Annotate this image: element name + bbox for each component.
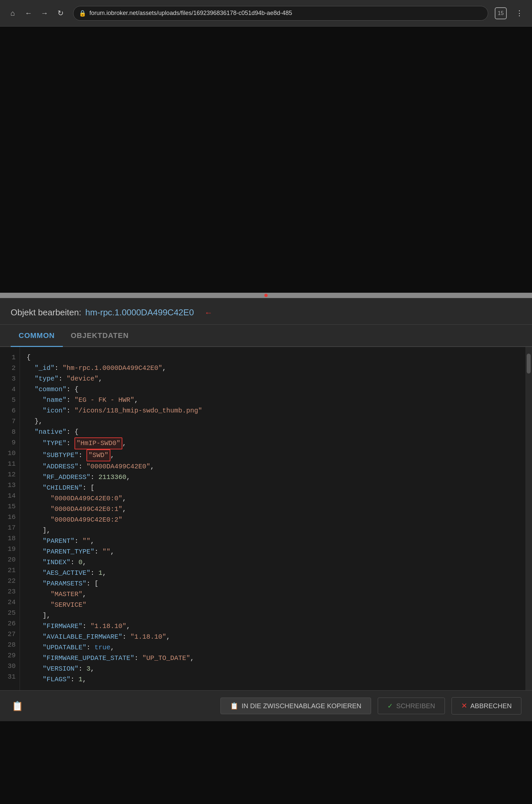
red-arrow-icon: ← — [205, 308, 212, 317]
x-icon: ✕ — [461, 702, 467, 710]
code-line-10: "SUBTYPE": "SWD", — [26, 449, 519, 461]
forward-button[interactable]: → — [39, 7, 51, 19]
line-numbers: 1 2 3 4 5 6 7 8 9 10 11 12 13 14 15 16 1… — [0, 347, 20, 690]
copy-to-clipboard-button[interactable]: 📋 IN DIE ZWISCHENABLAGE KOPIEREN — [221, 697, 371, 714]
nav-buttons: ⌂ ← → ↻ — [7, 7, 66, 19]
code-line-8: "native": { — [26, 427, 519, 437]
clipboard-icon-button[interactable]: 📋 — [11, 699, 24, 712]
modal-tabs: COMMON OBJEKTDATEN — [0, 325, 532, 347]
code-line-14: "0000DA499C42E0:0", — [26, 493, 519, 504]
modal-container: Objekt bearbeiten: hm-rpc.1.0000DA499C42… — [0, 298, 532, 721]
code-line-4: "common": { — [26, 384, 519, 395]
code-line-20: "INDEX": 0, — [26, 557, 519, 568]
refresh-button[interactable]: ↻ — [55, 7, 66, 19]
code-line-30: "VERSION": 3, — [26, 663, 519, 674]
copy-icon: 📋 — [230, 702, 239, 710]
code-line-25: ], — [26, 611, 519, 621]
code-line-15: "0000DA499C42E0:1", — [26, 504, 519, 515]
modal-footer: 📋 📋 IN DIE ZWISCHENABLAGE KOPIEREN ✓ SCH… — [0, 690, 532, 721]
back-button[interactable]: ← — [23, 7, 35, 19]
code-line-21: "AES_ACTIVE": 1, — [26, 568, 519, 578]
code-line-16: "0000DA499C42E0:2" — [26, 515, 519, 525]
code-line-31: "FLAGS": 1, — [26, 674, 519, 685]
tab-objektdaten[interactable]: OBJEKTDATEN — [63, 325, 137, 347]
code-line-6: "icon": "/icons/118_hmip-swdo_thumb.png" — [26, 406, 519, 416]
address-bar[interactable]: 🔒 forum.iobroker.net/assets/uploads/file… — [73, 6, 488, 21]
tab-count[interactable]: 15 — [495, 7, 507, 19]
code-line-11: "ADDRESS": "0000DA499C42E0", — [26, 461, 519, 472]
code-editor[interactable]: 1 2 3 4 5 6 7 8 9 10 11 12 13 14 15 16 1… — [0, 347, 532, 690]
code-line-7: }, — [26, 416, 519, 427]
scrollbar-track[interactable] — [525, 347, 532, 690]
tab-common[interactable]: COMMON — [11, 325, 63, 347]
code-line-3: "type": "device", — [26, 374, 519, 384]
bottom-black-area — [0, 721, 532, 804]
write-button[interactable]: ✓ SCHREIBEN — [378, 697, 445, 714]
red-dot — [264, 294, 268, 297]
code-line-17: ], — [26, 525, 519, 536]
scrollbar-thumb[interactable] — [527, 354, 531, 374]
modal-title-bar: Objekt bearbeiten: hm-rpc.1.0000DA499C42… — [0, 298, 532, 325]
code-line-22: "PARAMSETS": [ — [26, 578, 519, 589]
code-line-26: "FIRMWARE": "1.18.10", — [26, 621, 519, 632]
modal-title-id: hm-rpc.1.0000DA499C42E0 — [85, 307, 194, 318]
code-line-18: "PARENT": "", — [26, 536, 519, 546]
code-line-13: "CHILDREN": [ — [26, 483, 519, 493]
code-content: { "_id": "hm-rpc.1.0000DA499C42E0", "typ… — [20, 347, 525, 690]
code-line-2: "_id": "hm-rpc.1.0000DA499C42E0", — [26, 363, 519, 374]
code-line-19: "PARENT_TYPE": "", — [26, 546, 519, 557]
code-line-9: "TYPE": "HmIP-SWD0", — [26, 437, 519, 449]
cancel-button[interactable]: ✕ ABBRECHEN — [452, 697, 521, 714]
code-line-24: "SERVICE" — [26, 600, 519, 611]
code-line-27: "AVAILABLE_FIRMWARE": "1.18.10", — [26, 632, 519, 642]
code-line-29: "FIRMWARE_UPDATE_STATE": "UP_TO_DATE", — [26, 653, 519, 663]
url-text: forum.iobroker.net/assets/uploads/files/… — [90, 10, 482, 17]
menu-button[interactable]: ⋮ — [513, 7, 525, 19]
check-icon: ✓ — [387, 702, 393, 710]
top-black-area — [0, 26, 532, 293]
code-line-1: { — [26, 352, 519, 363]
separator-bar — [0, 293, 532, 298]
lock-icon: 🔒 — [79, 10, 86, 17]
modal-title-prefix: Objekt bearbeiten: — [11, 307, 81, 318]
code-line-23: "MASTER", — [26, 589, 519, 600]
browser-chrome: ⌂ ← → ↻ 🔒 forum.iobroker.net/assets/uplo… — [0, 0, 532, 26]
code-line-12: "RF_ADDRESS": 2113360, — [26, 472, 519, 483]
code-line-28: "UPDATABLE": true, — [26, 642, 519, 653]
home-button[interactable]: ⌂ — [7, 7, 19, 19]
code-line-5: "name": "EG - FK - HWR", — [26, 395, 519, 406]
